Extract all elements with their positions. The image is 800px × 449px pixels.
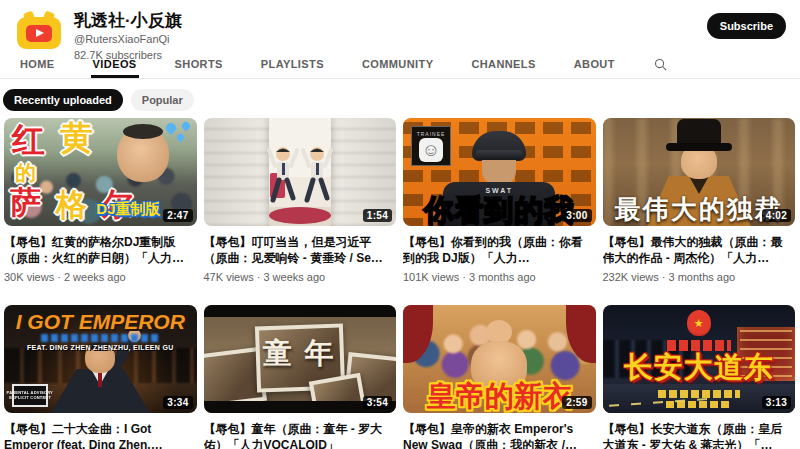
sweat-drops-icon	[166, 122, 192, 142]
video-meta: 47K views · 3 weeks ago	[204, 271, 397, 283]
duration-badge: 2:47	[163, 209, 192, 222]
tab-channels[interactable]: CHANNELS	[471, 50, 535, 78]
channel-name: 乳透社·小反旗	[74, 10, 182, 31]
thumbnail-text: 的	[15, 162, 36, 183]
video-thumbnail[interactable]: 最伟大的独裁 4:02	[603, 118, 796, 226]
thumbnail-art-face	[117, 126, 169, 182]
video-title[interactable]: 【辱包】红黄的萨格尔DJ重制版（原曲：火红的萨日朗）「人力VOCALOID」	[4, 234, 197, 266]
tab-home[interactable]: HOME	[20, 50, 55, 78]
video-title[interactable]: 【辱包】你看到的我（原曲：你看到的我 DJ版）「人力VOCALOID」	[403, 234, 596, 266]
smiley-icon: ☺	[419, 138, 443, 162]
thumbnail-art-red-label	[667, 340, 731, 351]
thumbnail-text: 红	[12, 123, 45, 156]
duration-badge: 3:54	[363, 396, 392, 409]
tab-playlists[interactable]: PLAYLISTS	[261, 50, 324, 78]
thumbnail-text: 黄	[60, 121, 93, 154]
video-thumbnail[interactable]: ★ 长安大道东 3:13	[603, 305, 796, 413]
video-title[interactable]: 【辱包】叮叮当当，但是习近平（原曲：见爱响铃 - 黄垂玲 / See Tình …	[204, 234, 397, 266]
thumbnail-feat-text: FEAT. DING ZHEN ZHENZHU, EILEEN GU	[4, 344, 197, 351]
thumbnail-title-text: 童年	[214, 339, 397, 368]
video-card[interactable]: 红 黄 的 萨 格 尔 DJ重制版 2:47 【辱包】红黄的萨格尔DJ重制版（原…	[4, 118, 197, 283]
national-emblem-icon: ★	[687, 310, 711, 336]
thumbnail-text: 萨	[10, 187, 41, 218]
duration-badge: 3:00	[562, 209, 591, 222]
thumbnail-title-text: I GOT EMPEROR	[4, 311, 197, 332]
thumbnail-art-small-text	[658, 390, 740, 398]
video-thumbnail[interactable]: 皇帝的新衣 2:59	[403, 305, 596, 413]
subscribe-button[interactable]: Subscribe	[707, 13, 786, 39]
channel-avatar[interactable]	[14, 8, 66, 56]
duration-badge: 3:13	[762, 396, 791, 409]
thumbnail-text: 格	[56, 189, 87, 220]
thumbnail-art-small-text	[666, 401, 732, 408]
video-card[interactable]: 皇帝的新衣 2:59 【辱包】皇帝的新衣 Emperor's New Swag（…	[403, 305, 596, 449]
thumbnail-title-text: 长安大道东	[603, 353, 796, 382]
channel-header: 乳透社·小反旗 @RutersXiaoFanQi 82.7K subscribe…	[0, 0, 800, 50]
album-label: TRAINEE	[417, 131, 446, 137]
video-thumbnail[interactable]: TRAINEE ☺ SWAT 你看到的我 3:00	[403, 118, 596, 226]
duration-badge: 3:34	[163, 396, 192, 409]
video-meta: 30K views · 2 weeks ago	[4, 271, 197, 283]
tab-community[interactable]: COMMUNITY	[362, 50, 433, 78]
duration-badge: 2:59	[562, 396, 591, 409]
parental-advisory-label: PARENTAL ADVISORY EXPLICIT CONTENT	[12, 384, 48, 407]
video-title[interactable]: 【辱包】二十大金曲：I Got Emperor (feat. Ding Zhen…	[4, 421, 197, 449]
video-thumbnail[interactable]: 童年 3:54	[204, 305, 397, 413]
video-thumbnail[interactable]: 1:54	[204, 118, 397, 226]
tab-videos[interactable]: VIDEOS	[93, 50, 137, 78]
top-hat-icon	[677, 119, 721, 145]
search-icon[interactable]	[653, 50, 668, 78]
thumbnail-art-hat-brim	[666, 143, 732, 151]
duration-badge: 1:54	[363, 209, 392, 222]
filter-chip-popular[interactable]: Popular	[131, 89, 194, 111]
video-card[interactable]: 最伟大的独裁 4:02 【辱包】最伟大的独裁（原曲：最伟大的作品 - 周杰伦）「…	[603, 118, 796, 283]
thumbnail-art-subtitle-bar	[41, 334, 159, 342]
dancing-figures-icon	[265, 142, 335, 206]
video-meta: 232K views · 3 months ago	[603, 271, 796, 283]
tab-shorts[interactable]: SHORTS	[175, 50, 223, 78]
tab-about[interactable]: ABOUT	[574, 50, 615, 78]
video-meta: 101K views · 3 months ago	[403, 271, 596, 283]
thumbnail-art-rug	[269, 207, 331, 224]
channel-handle: @RutersXiaoFanQi	[74, 32, 182, 46]
video-thumbnail[interactable]: 红 黄 的 萨 格 尔 DJ重制版 2:47	[4, 118, 197, 226]
video-card[interactable]: I GOT EMPEROR FEAT. DING ZHEN ZHENZHU, E…	[4, 305, 197, 449]
filter-chip-recently-uploaded[interactable]: Recently uploaded	[3, 89, 123, 111]
video-title[interactable]: 【辱包】皇帝的新衣 Emperor's New Swag（原曲：我的新衣 / M…	[403, 421, 596, 449]
thumbnail-art-letterbox	[204, 305, 397, 317]
play-icon	[26, 25, 52, 42]
duration-badge: 4:02	[762, 209, 791, 222]
video-title[interactable]: 【辱包】最伟大的独裁（原曲：最伟大的作品 - 周杰伦）「人力VOCALOID」	[603, 234, 796, 266]
video-card[interactable]: TRAINEE ☺ SWAT 你看到的我 3:00 【辱包】你看到的我（原曲：你…	[403, 118, 596, 283]
channel-tabs: HOME VIDEOS SHORTS PLAYLISTS COMMUNITY C…	[0, 50, 800, 79]
video-grid: 红 黄 的 萨 格 尔 DJ重制版 2:47 【辱包】红黄的萨格尔DJ重制版（原…	[0, 118, 800, 449]
video-card[interactable]: ★ 长安大道东 3:13 【辱包】长安大道东（原曲：皇后大道东 - 罗大佑 & …	[603, 305, 796, 449]
video-title[interactable]: 【辱包】童年（原曲：童年 - 罗大佑）「人力VOCALOID」	[204, 421, 397, 449]
filter-chips: Recently uploaded Popular	[0, 79, 800, 118]
video-card[interactable]: 1:54 【辱包】叮叮当当，但是习近平（原曲：见爱响铃 - 黄垂玲 / See …	[204, 118, 397, 283]
video-card[interactable]: 童年 3:54 【辱包】童年（原曲：童年 - 罗大佑）「人力VOCALOID」 …	[204, 305, 397, 449]
thumbnail-art-goggles	[476, 150, 522, 160]
tv-logo-icon	[17, 17, 61, 49]
thumbnail-badge: DJ重制版	[96, 200, 160, 219]
album-cover: TRAINEE ☺	[411, 126, 451, 166]
video-title[interactable]: 【辱包】长安大道东（原曲：皇后大道东 - 罗大佑 & 蒋志光）「人力VOCALO…	[603, 421, 796, 449]
video-thumbnail[interactable]: I GOT EMPEROR FEAT. DING ZHEN ZHENZHU, E…	[4, 305, 197, 413]
